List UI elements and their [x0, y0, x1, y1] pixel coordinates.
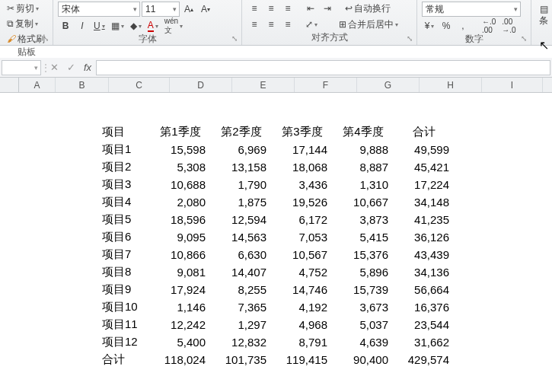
- data-cell[interactable]: 1,310: [335, 176, 396, 193]
- data-cell[interactable]: 1,875: [213, 193, 274, 211]
- dialog-launcher-icon[interactable]: ⤡: [405, 33, 414, 43]
- data-cell[interactable]: 118,024: [152, 351, 213, 368]
- column-header[interactable]: C: [109, 78, 170, 92]
- data-cell[interactable]: 15,739: [335, 281, 396, 298]
- underline-button[interactable]: U▾: [91, 19, 107, 33]
- wrap-text-button[interactable]: ↩自动换行: [343, 2, 393, 15]
- table-header-cell[interactable]: 项目: [99, 123, 152, 141]
- data-cell[interactable]: 18,596: [152, 211, 213, 228]
- column-header[interactable]: H: [420, 78, 482, 92]
- data-cell[interactable]: 23,544: [396, 316, 457, 333]
- orientation-button[interactable]: ⤢▾: [303, 18, 320, 31]
- data-cell[interactable]: 10,567: [274, 246, 335, 263]
- cut-button[interactable]: ✂ 剪切 ▾: [5, 2, 50, 15]
- select-all-corner[interactable]: [0, 78, 19, 92]
- decrease-decimal-button[interactable]: .00→.0: [499, 19, 518, 33]
- column-header[interactable]: A: [19, 78, 56, 92]
- font-size-select[interactable]: 11: [142, 2, 180, 17]
- data-cell[interactable]: 6,172: [274, 211, 335, 228]
- data-cell[interactable]: 5,037: [335, 316, 396, 333]
- row-label-cell[interactable]: 项目5: [99, 211, 152, 228]
- column-header[interactable]: I: [482, 78, 543, 92]
- row-label-cell[interactable]: 项目6: [99, 228, 152, 246]
- data-cell[interactable]: 429,574: [396, 351, 457, 368]
- row-label-cell[interactable]: 项目4: [99, 193, 152, 211]
- data-cell[interactable]: 41,235: [396, 211, 457, 228]
- data-cell[interactable]: 13,158: [213, 158, 274, 176]
- align-center-button[interactable]: ≡: [263, 18, 279, 31]
- merge-center-button[interactable]: ⊞合并后居中▾: [337, 18, 400, 31]
- row-label-cell[interactable]: 项目3: [99, 176, 152, 193]
- fx-button[interactable]: fx: [79, 60, 96, 75]
- data-cell[interactable]: 10,688: [152, 176, 213, 193]
- align-middle-button[interactable]: ≡: [263, 2, 279, 15]
- data-cell[interactable]: 16,376: [396, 298, 457, 316]
- conditional-format-button[interactable]: ▤条: [536, 2, 551, 29]
- row-label-cell[interactable]: 项目1: [99, 141, 152, 158]
- column-header[interactable]: B: [56, 78, 109, 92]
- data-cell[interactable]: 12,832: [213, 333, 274, 351]
- data-cell[interactable]: 10,667: [335, 193, 396, 211]
- data-cell[interactable]: 17,144: [274, 141, 335, 158]
- data-cell[interactable]: 34,136: [396, 263, 457, 281]
- decrease-indent-button[interactable]: ⇤: [303, 2, 318, 15]
- align-right-button[interactable]: ≡: [280, 18, 295, 31]
- table-header-cell[interactable]: 第3季度: [274, 123, 335, 141]
- bold-button[interactable]: B: [58, 19, 73, 33]
- percent-button[interactable]: %: [439, 19, 454, 33]
- data-cell[interactable]: 18,068: [274, 158, 335, 176]
- data-cell[interactable]: 17,224: [396, 176, 457, 193]
- increase-indent-button[interactable]: ⇥: [320, 2, 335, 15]
- data-cell[interactable]: 3,436: [274, 176, 335, 193]
- data-cell[interactable]: 12,594: [213, 211, 274, 228]
- data-cell[interactable]: 8,791: [274, 333, 335, 351]
- data-cell[interactable]: 10,866: [152, 246, 213, 263]
- copy-button[interactable]: ⧉ 复制 ▾: [5, 17, 50, 30]
- data-cell[interactable]: 8,887: [335, 158, 396, 176]
- data-cell[interactable]: 5,415: [335, 228, 396, 246]
- data-cell[interactable]: 3,873: [335, 211, 396, 228]
- data-cell[interactable]: 5,308: [152, 158, 213, 176]
- data-cell[interactable]: 15,376: [335, 246, 396, 263]
- fill-color-button[interactable]: ◆▾: [128, 19, 144, 33]
- borders-button[interactable]: ▦▾: [109, 19, 126, 33]
- increase-decimal-button[interactable]: ←.0.00: [480, 19, 498, 33]
- column-header[interactable]: G: [357, 78, 420, 92]
- align-bottom-button[interactable]: ≡: [280, 2, 295, 15]
- font-name-select[interactable]: 宋体: [58, 2, 140, 17]
- italic-button[interactable]: I: [75, 19, 90, 33]
- data-cell[interactable]: 4,639: [335, 333, 396, 351]
- data-cell[interactable]: 3,673: [335, 298, 396, 316]
- table-header-cell[interactable]: 第4季度: [335, 123, 396, 141]
- formula-input[interactable]: [96, 60, 550, 75]
- data-cell[interactable]: 45,421: [396, 158, 457, 176]
- column-header[interactable]: D: [170, 78, 232, 92]
- data-cell[interactable]: 14,563: [213, 228, 274, 246]
- data-cell[interactable]: 9,888: [335, 141, 396, 158]
- data-cell[interactable]: 5,400: [152, 333, 213, 351]
- data-cell[interactable]: 4,192: [274, 298, 335, 316]
- data-cell[interactable]: 14,746: [274, 281, 335, 298]
- accept-formula-button[interactable]: ✓: [62, 60, 79, 75]
- data-cell[interactable]: 1,790: [213, 176, 274, 193]
- column-header[interactable]: F: [295, 78, 357, 92]
- row-label-cell[interactable]: 项目8: [99, 263, 152, 281]
- data-cell[interactable]: 1,297: [213, 316, 274, 333]
- dialog-launcher-icon[interactable]: ⤡: [230, 33, 239, 43]
- decrease-font-button[interactable]: A▾: [198, 2, 213, 16]
- data-cell[interactable]: 6,630: [213, 246, 274, 263]
- data-cell[interactable]: 34,148: [396, 193, 457, 211]
- dialog-launcher-icon[interactable]: ⤡: [41, 33, 50, 43]
- data-cell[interactable]: 7,053: [274, 228, 335, 246]
- data-cell[interactable]: 5,896: [335, 263, 396, 281]
- comma-button[interactable]: ,: [455, 19, 471, 33]
- data-cell[interactable]: 4,752: [274, 263, 335, 281]
- data-cell[interactable]: 7,365: [213, 298, 274, 316]
- column-header[interactable]: E: [232, 78, 295, 92]
- currency-button[interactable]: ¥▾: [422, 19, 437, 33]
- data-cell[interactable]: 36,126: [396, 228, 457, 246]
- font-color-button[interactable]: A▾: [145, 19, 161, 33]
- row-label-cell[interactable]: 项目12: [99, 333, 152, 351]
- align-left-button[interactable]: ≡: [247, 18, 262, 31]
- data-cell[interactable]: 43,439: [396, 246, 457, 263]
